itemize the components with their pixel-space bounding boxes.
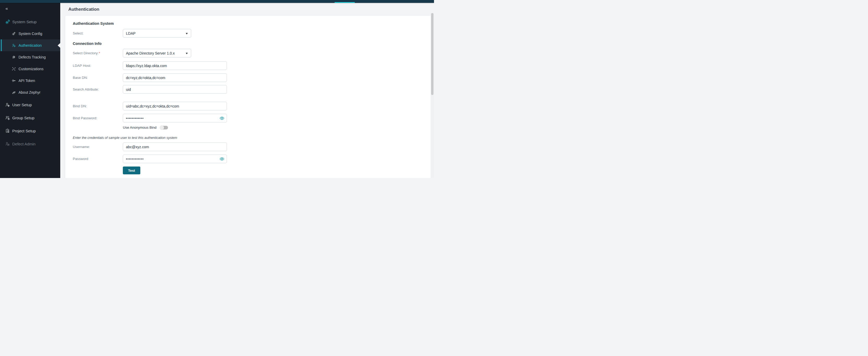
toggle-knob [160,125,164,130]
ldap-host-row: LDAP Host: [73,61,432,70]
base-dn-label: Base DN: [73,76,123,80]
sidebar-item-label: Defects Tracking [19,55,45,59]
search-attribute-label: Search Attribute: [73,87,123,91]
ldap-host-input[interactable] [123,61,227,70]
auth-system-dropdown-value: LDAP [126,31,135,35]
collapse-sidebar-button[interactable]: « [0,3,60,16]
required-asterisk: * [99,51,100,55]
sidebar-item-system-config[interactable]: System Config [0,28,60,39]
test-credentials-note: Enter the credentials of sample user to … [73,136,432,140]
user-gear-icon [5,102,10,107]
search-attribute-row: Search Attribute: [73,85,432,94]
bind-dn-row: Bind DN: [73,102,432,110]
section-heading-connection-info: Connection Info [73,41,432,46]
bind-password-label: Bind Password: [73,116,123,120]
anonymous-bind-toggle[interactable] [160,126,168,129]
gears-wrench-icon [5,19,10,24]
main-content: Authentication Authentication System Sel… [60,3,434,178]
user-bug-icon [5,142,10,146]
sidebar-item-system-setup[interactable]: System Setup [0,16,60,28]
chevron-down-icon [186,33,188,34]
eye-icon[interactable] [220,116,224,120]
base-dn-row: Base DN: [73,73,432,82]
ldap-host-label: LDAP Host: [73,64,123,68]
bind-password-input[interactable] [123,114,227,122]
sidebar-item-label: System Setup [12,20,36,24]
username-input[interactable] [123,143,227,151]
sidebar-item-api-token[interactable]: API Token [0,75,60,86]
clipboard-chart-icon [5,128,10,134]
page-title: Authentication [68,7,99,12]
sidebar-item-authentication[interactable]: Authentication [0,39,60,51]
user-check-icon [12,43,16,48]
page-header: Authentication [60,3,434,16]
collapse-icon: « [5,6,8,11]
select-directory-row: Select Directory:* Apache Directory Serv… [73,49,432,57]
authentication-card: Authentication System Select: LDAP Conne… [65,16,432,178]
sidebar-item-label: Project Setup [12,129,36,133]
bind-dn-label: Bind DN: [73,104,123,108]
active-tab-indicator [335,2,355,3]
base-dn-input[interactable] [123,73,227,82]
username-label: Username: [73,145,123,149]
select-label: Select: [73,31,123,35]
sidebar-item-label: Authentication [19,43,42,48]
directory-dropdown-value: Apache Directory Server 1.0.x [126,51,175,55]
scrollbar-thumb[interactable] [431,13,433,95]
sidebar-item-label: Group Setup [12,116,34,120]
password-row: Password [73,154,432,163]
bug-search-icon [12,55,16,59]
sidebar-item-customizations[interactable]: Customizations [0,63,60,75]
sidebar-item-group-setup[interactable]: Group Setup [0,111,60,124]
gears-icon [12,32,16,36]
sidebar-item-defects-tracking[interactable]: Defects Tracking [0,51,60,63]
sidebar-item-label: API Token [19,79,35,83]
select-directory-label: Select Directory:* [73,51,123,55]
directory-dropdown[interactable]: Apache Directory Server 1.0.x [123,49,191,57]
bind-dn-input[interactable] [123,102,227,110]
sidebar-item-label: User Setup [12,102,32,107]
password-input[interactable] [123,154,227,163]
sidebar-item-defect-admin[interactable]: Defect Admin [0,137,60,150]
chevron-down-icon [186,53,188,54]
select-system-row: Select: LDAP [73,29,432,37]
top-bar [0,0,434,3]
test-button-row: Test [73,167,432,174]
sidebar: « System SetupSystem ConfigAuthenticatio… [0,3,60,178]
bind-password-row: Bind Password: [73,114,432,122]
scrollbar[interactable] [431,13,434,178]
auth-system-dropdown[interactable]: LDAP [123,29,191,37]
anonymous-bind-label: Use Anonymous Bind [123,125,156,129]
users-gear-icon [5,115,10,120]
anonymous-bind-row: Use Anonymous Bind [73,125,432,129]
test-button[interactable]: Test [123,167,140,174]
sidebar-item-about-zephyr[interactable]: About Zephyr [0,86,60,98]
search-attribute-input[interactable] [123,85,227,94]
sidebar-item-project-setup[interactable]: Project Setup [0,124,60,137]
section-heading-authentication-system: Authentication System [73,21,432,26]
eye-icon[interactable] [220,157,224,161]
sidebar-nav: System SetupSystem ConfigAuthenticationD… [0,16,60,150]
sidebar-item-label: System Config [19,32,42,36]
sidebar-item-label: Customizations [19,67,43,71]
username-row: Username: [73,143,432,151]
sidebar-item-user-setup[interactable]: User Setup [0,98,60,111]
feather-icon [12,90,16,94]
sidebar-item-label: Defect Admin [12,142,35,146]
password-label: Password [73,157,123,161]
gear-key-icon [12,79,16,83]
sidebar-item-label: About Zephyr [19,90,40,94]
pencil-ruler-icon [12,67,16,71]
